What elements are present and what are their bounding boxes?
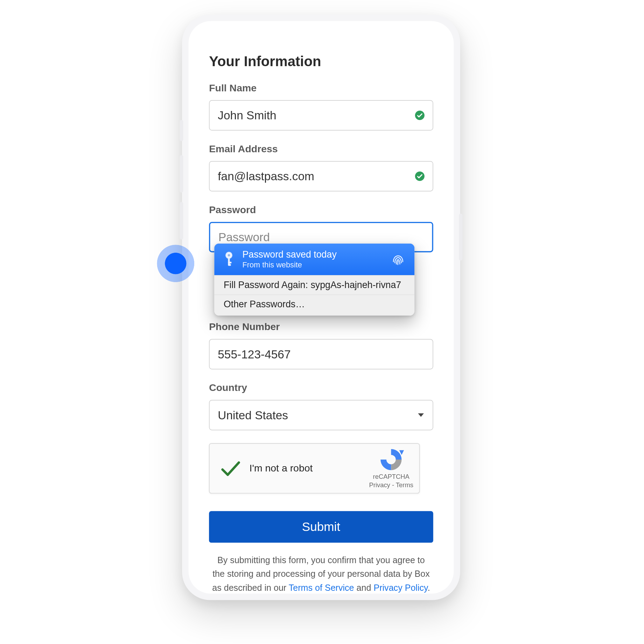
phone-volume-down [180, 202, 183, 239]
valid-check-icon [414, 110, 425, 120]
dash-sep: - [390, 481, 396, 488]
field-country: Country United States [209, 382, 433, 430]
svg-rect-6 [228, 262, 232, 264]
recaptcha-label: I'm not a robot [250, 462, 369, 474]
autofill-row-other-passwords[interactable]: Other Passwords… [214, 294, 414, 315]
phone-power-button [459, 214, 462, 261]
phone-volume-up [180, 155, 183, 192]
tap-indicator-icon [157, 245, 194, 282]
label-full-name: Full Name [209, 83, 433, 94]
svg-point-4 [228, 254, 230, 257]
recaptcha-terms-link[interactable]: Terms [396, 481, 413, 488]
recaptcha-widget[interactable]: I'm not a robot reCAPTCHA Privacy - Term… [209, 443, 420, 493]
label-phone: Phone Number [209, 321, 433, 333]
chevron-down-icon [418, 413, 424, 417]
tos-link[interactable]: Terms of Service [289, 582, 354, 592]
phone-side-button [180, 120, 183, 141]
privacy-link[interactable]: Privacy Policy [373, 582, 427, 592]
recaptcha-badge: reCAPTCHA Privacy - Terms [369, 448, 413, 489]
recaptcha-privacy-link[interactable]: Privacy [369, 481, 390, 488]
key-icon [223, 252, 236, 267]
full-name-input[interactable] [209, 100, 433, 131]
recaptcha-brand: reCAPTCHA [369, 472, 413, 481]
password-autofill-dropdown: Password saved today From this website F… [214, 244, 414, 316]
country-select[interactable]: United States [209, 400, 433, 430]
autofill-row-fill-again[interactable]: Fill Password Again: sypgAs-hajneh-rivna… [214, 275, 414, 294]
autofill-primary-subtitle: From this website [242, 260, 336, 269]
recaptcha-logo-icon [378, 448, 404, 471]
page-title: Your Information [209, 53, 433, 70]
autofill-primary-suggestion[interactable]: Password saved today From this website [214, 244, 414, 275]
autofill-primary-title: Password saved today [242, 250, 336, 260]
label-email: Email Address [209, 144, 433, 155]
phone-input[interactable] [209, 339, 433, 369]
field-full-name: Full Name [209, 83, 433, 131]
label-country: Country [209, 382, 433, 394]
checkmark-icon [219, 457, 243, 480]
field-phone: Phone Number [209, 321, 433, 369]
disclaimer-dot: . [428, 582, 430, 592]
disclaimer: By submitting this form, you confirm tha… [209, 553, 433, 594]
field-email: Email Address [209, 144, 433, 191]
disclaimer-and: and [354, 582, 374, 592]
fingerprint-icon[interactable] [390, 251, 406, 268]
label-password: Password [209, 204, 433, 216]
email-input[interactable] [209, 161, 433, 191]
valid-check-icon [414, 171, 425, 181]
svg-rect-7 [228, 264, 231, 266]
submit-button[interactable]: Submit [209, 511, 433, 542]
